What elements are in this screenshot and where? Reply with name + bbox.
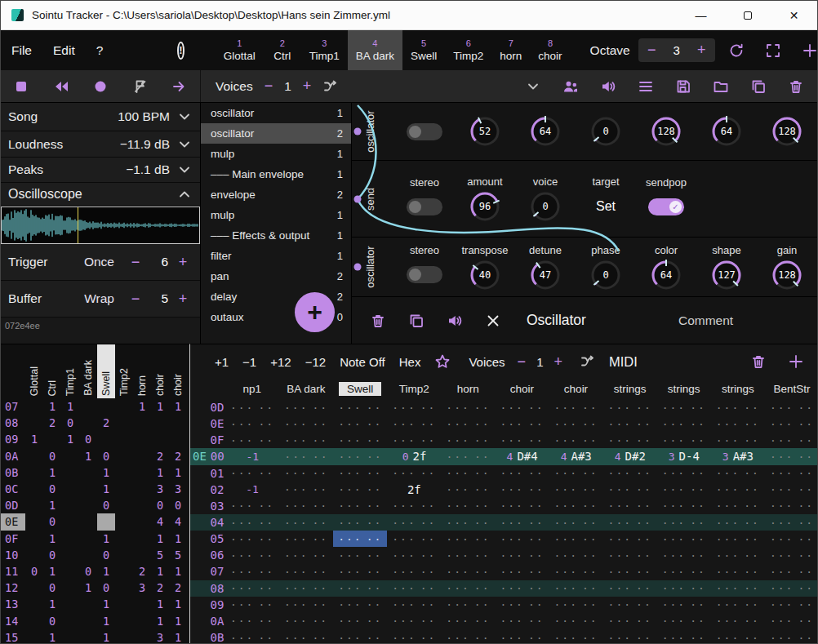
order-cell[interactable] [61, 448, 79, 464]
pattern-cell[interactable]: ····· [711, 629, 765, 644]
unit-list-item[interactable]: oscillator2 [201, 123, 351, 144]
order-cell[interactable]: 1 [43, 596, 61, 612]
order-cell[interactable]: 1 [97, 563, 115, 580]
pattern-cell[interactable]: ····· [603, 514, 657, 531]
order-cell[interactable] [133, 415, 151, 431]
pattern-cell[interactable]: ····· [387, 531, 441, 547]
knob-transpose[interactable]: 40 [468, 258, 502, 292]
order-cell[interactable]: 1 [25, 431, 43, 447]
order-track-header-timp2[interactable]: Timp2 [115, 344, 133, 398]
knob-param[interactable]: 64 [709, 114, 744, 149]
instrument-dropdown-icon[interactable] [525, 78, 541, 95]
pattern-cell[interactable]: ····· [387, 597, 441, 613]
pattern-cell[interactable]: ····· [549, 482, 603, 498]
star-icon[interactable] [434, 353, 451, 370]
pattern-cell[interactable]: 3A#3 [711, 448, 765, 464]
pattern-cell[interactable]: ····· [279, 563, 333, 580]
record-button[interactable] [92, 78, 109, 95]
instrument-tab-choir[interactable]: 8choir [530, 30, 570, 70]
order-cell[interactable] [115, 448, 133, 464]
pattern-cell[interactable]: ····· [333, 465, 387, 482]
order-cell[interactable]: 1 [43, 563, 61, 580]
buffer-mode[interactable]: Wrap [84, 291, 114, 306]
pattern-cell[interactable]: ····· [711, 432, 765, 448]
order-cell[interactable] [79, 547, 97, 563]
pattern-cell[interactable]: ····· [279, 415, 333, 432]
fullscreen-icon[interactable] [765, 42, 781, 59]
pattern-cell[interactable]: ····· [765, 580, 818, 597]
unit-list-item[interactable]: ––– Main envelope1 [201, 164, 351, 184]
knob-param[interactable]: 64 [528, 114, 562, 149]
order-cell[interactable]: 0 [43, 612, 61, 628]
pattern-cell[interactable]: ····· [549, 629, 603, 644]
pattern-cell[interactable]: ····· [603, 498, 657, 514]
order-cell[interactable]: 1 [43, 629, 61, 644]
unit-comment-field[interactable]: Comment [678, 313, 733, 328]
order-cell[interactable] [133, 612, 151, 628]
knob-param[interactable]: 128 [770, 114, 804, 149]
knob-param[interactable]: 52 [468, 114, 502, 149]
order-cell[interactable]: 1 [169, 398, 187, 415]
order-track-header-ba-dark[interactable]: BA dark [79, 344, 97, 398]
copy-unit-icon[interactable] [408, 313, 425, 329]
order-cell[interactable]: 1 [79, 580, 97, 596]
order-cell[interactable] [61, 596, 79, 612]
pattern-cell[interactable]: ····· [387, 498, 441, 514]
order-cell[interactable]: 0 [79, 431, 97, 447]
pattern-cell[interactable]: ····· [711, 399, 765, 415]
pattern-cell[interactable]: ····· [711, 613, 765, 629]
order-cell[interactable]: 1 [79, 448, 97, 464]
order-cell[interactable] [115, 481, 133, 497]
order-cell[interactable]: 1 [97, 629, 115, 644]
pattern-cell[interactable]: ····· [279, 514, 333, 531]
pattern-cell[interactable]: ····· [495, 482, 549, 498]
order-cell[interactable] [43, 431, 61, 447]
order-cell[interactable]: 1 [151, 464, 169, 481]
order-cell[interactable] [61, 481, 79, 497]
order-cell[interactable] [133, 629, 151, 644]
order-cell[interactable] [133, 497, 151, 513]
pattern-track-header-9[interactable]: strings [711, 383, 765, 395]
pattern-cell[interactable]: ····· [603, 399, 657, 415]
order-cell[interactable]: 3 [151, 629, 169, 644]
pattern-cell[interactable]: ····· [657, 399, 711, 415]
order-cell[interactable]: 1 [169, 563, 187, 580]
pattern-cell[interactable]: ····· [657, 465, 711, 482]
order-cell[interactable]: 0 [169, 497, 187, 513]
buffer-decrement-button[interactable]: − [126, 291, 145, 308]
pattern-split-icon[interactable] [580, 353, 596, 370]
order-cell[interactable]: 1 [169, 612, 187, 628]
unit-list-item[interactable]: mulp1 [201, 205, 351, 225]
order-cell[interactable]: 1 [43, 531, 61, 547]
order-cell[interactable] [25, 513, 43, 530]
order-cell[interactable]: 0 [97, 580, 115, 596]
pattern-cell[interactable]: ····· [603, 482, 657, 498]
order-cell[interactable] [25, 398, 43, 415]
knob-param[interactable]: 0 [589, 114, 623, 149]
order-cell[interactable]: 1 [151, 596, 169, 612]
pattern-cell[interactable]: ····· [765, 597, 818, 613]
pattern-cell[interactable]: ····· [387, 432, 441, 448]
order-cell[interactable] [25, 596, 43, 612]
toggle-stereo[interactable] [407, 123, 442, 140]
order-cell[interactable] [25, 629, 43, 644]
pattern-cell[interactable]: ····· [765, 482, 818, 498]
pattern-cell[interactable]: ····· [333, 613, 387, 629]
maximize-button[interactable] [724, 1, 771, 29]
order-track-header-choir[interactable]: choir [169, 344, 187, 398]
pattern-cell[interactable]: ····· [333, 482, 387, 498]
order-cell[interactable] [25, 415, 43, 431]
toggle-stereo[interactable] [407, 198, 442, 215]
pattern-cell[interactable]: ····· [711, 514, 765, 531]
order-cell[interactable]: 2 [43, 415, 61, 431]
order-cell[interactable]: 0 [151, 497, 169, 513]
pattern-cell[interactable]: ····· [279, 432, 333, 448]
pattern-cell[interactable]: ····· [279, 613, 333, 629]
pattern-cell[interactable]: ····· [279, 531, 333, 547]
unit-list-item[interactable]: pan2 [201, 266, 351, 286]
instrument-tab-timp2[interactable]: 6Timp2 [445, 30, 491, 70]
pattern-cell[interactable]: -1 [225, 448, 279, 464]
pattern-cell[interactable]: ····· [495, 465, 549, 482]
knob-phase[interactable]: 0 [589, 258, 623, 292]
order-cell[interactable] [25, 448, 43, 464]
